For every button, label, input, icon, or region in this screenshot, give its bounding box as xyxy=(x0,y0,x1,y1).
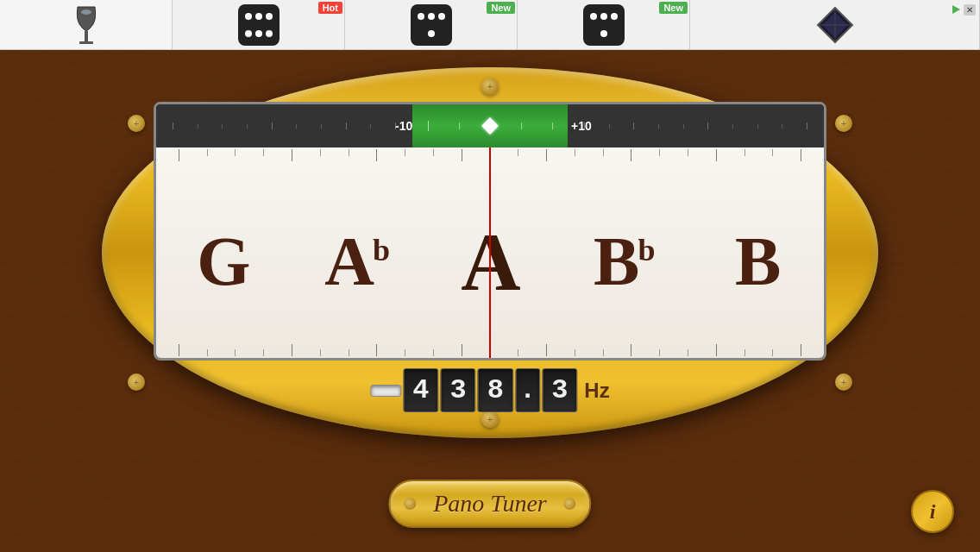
ad-bar: Hot New New ✕ xyxy=(0,0,980,50)
hot-badge: Hot xyxy=(318,2,342,14)
brass-body: -10 +10 xyxy=(102,67,878,438)
screw-bottom-right xyxy=(835,373,852,391)
dice-icon-2 xyxy=(411,4,452,46)
note-b: B xyxy=(690,223,824,301)
display-window: -10 +10 xyxy=(154,102,826,361)
new-badge-2: New xyxy=(659,2,688,14)
ad-slot-4[interactable]: New xyxy=(518,0,690,49)
freq-digit-blank xyxy=(370,385,401,397)
ad-slot-1[interactable] xyxy=(0,0,173,49)
ad-slot-3[interactable]: New xyxy=(345,0,518,49)
dice-icon xyxy=(238,4,280,46)
meter-area: -10 +10 xyxy=(156,104,824,147)
play-icon xyxy=(950,3,962,16)
name-plate: Pano Tuner xyxy=(388,480,591,528)
new-badge-1: New xyxy=(487,2,515,14)
info-button[interactable]: i xyxy=(911,490,954,533)
freq-digit-4: 4 xyxy=(403,368,438,412)
freq-decimal: 3 xyxy=(542,368,577,412)
note-ab: Ab xyxy=(290,223,424,301)
note-g: G xyxy=(156,223,290,301)
screw-top-left xyxy=(128,115,145,132)
freq-dot: . xyxy=(515,368,540,412)
name-plate-screw-left xyxy=(404,498,416,510)
glass-icon xyxy=(65,3,108,47)
svg-marker-7 xyxy=(952,5,960,14)
freq-digit-8: 8 xyxy=(478,368,513,412)
svg-rect-1 xyxy=(79,41,93,44)
svg-point-2 xyxy=(81,9,91,15)
dice-icon-3 xyxy=(583,4,625,46)
name-plate-screw-right xyxy=(564,498,576,510)
ad-slot-5[interactable]: ✕ xyxy=(690,0,980,49)
screw-top-center xyxy=(481,78,499,95)
svg-rect-0 xyxy=(85,31,88,41)
ad-slot-2[interactable]: Hot xyxy=(173,0,345,49)
freq-unit: Hz xyxy=(584,379,609,403)
freq-digit-3: 3 xyxy=(441,368,476,412)
app-name: Pano Tuner xyxy=(433,490,546,518)
note-bb: Bb xyxy=(556,223,690,301)
diamond-icon xyxy=(814,3,857,47)
screw-bottom-left xyxy=(128,373,145,391)
screw-top-right xyxy=(835,115,852,132)
center-line xyxy=(489,147,491,358)
screw-bottom-center xyxy=(481,411,499,428)
info-icon: i xyxy=(930,500,936,524)
in-tune-zone xyxy=(412,104,568,147)
frequency-display: 4 3 8 . 3 Hz xyxy=(370,368,609,412)
ad-label: ✕ xyxy=(964,4,976,16)
tuner-panel: -10 +10 xyxy=(102,67,878,438)
